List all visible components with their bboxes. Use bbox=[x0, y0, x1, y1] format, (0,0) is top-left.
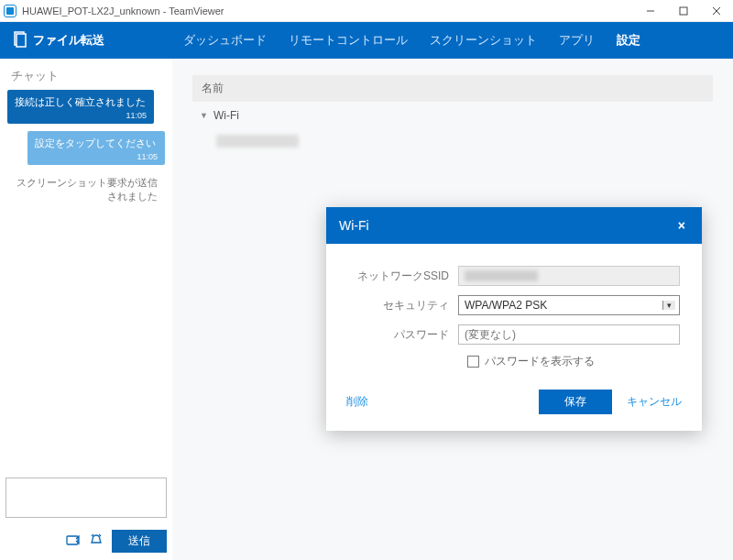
notification-icon[interactable] bbox=[90, 533, 103, 549]
chat-messages: 接続は正しく確立されました 11:05 設定をタップしてください 11:05 ス… bbox=[0, 90, 172, 472]
tree-node-label: Wi-Fi bbox=[213, 109, 239, 122]
label-security: セキュリティ bbox=[348, 298, 458, 313]
chat-sidebar: チャット 接続は正しく確立されました 11:05 設定をタップしてください 11… bbox=[0, 59, 172, 560]
password-field[interactable] bbox=[458, 324, 680, 345]
security-value: WPA/WPA2 PSK bbox=[465, 299, 547, 312]
cancel-button[interactable]: キャンセル bbox=[627, 394, 682, 410]
maximize-button[interactable] bbox=[667, 0, 700, 22]
file-transfer-label[interactable]: ファイル転送 bbox=[0, 22, 172, 59]
svg-rect-5 bbox=[16, 34, 26, 47]
form-row-password: パスワード bbox=[348, 324, 680, 345]
form-row-security: セキュリティ WPA/WPA2 PSK ▾ bbox=[348, 295, 680, 315]
send-button[interactable]: 送信 bbox=[112, 530, 167, 553]
label-ssid: ネットワークSSID bbox=[348, 269, 458, 284]
show-password-label: パスワードを表示する bbox=[485, 354, 595, 369]
svg-rect-6 bbox=[67, 536, 78, 544]
save-button[interactable]: 保存 bbox=[539, 390, 612, 414]
tab-remote-control[interactable]: リモートコントロール bbox=[278, 22, 419, 59]
tab-dashboard[interactable]: ダッシュボード bbox=[172, 22, 278, 59]
chat-message-text: 設定をタップしてください bbox=[35, 137, 156, 148]
dialog-body: ネットワークSSID セキュリティ WPA/WPA2 PSK ▾ パスワード bbox=[326, 244, 702, 377]
chat-system-message: スクリーンショット要求が送信されました bbox=[5, 172, 167, 204]
wifi-dialog: Wi-Fi × ネットワークSSID セキュリティ WPA/WPA2 PSK ▾ bbox=[326, 207, 702, 431]
chat-message-time: 11:05 bbox=[35, 152, 158, 161]
tabs: ダッシュボード リモートコントロール スクリーンショット アプリ 設定 bbox=[172, 22, 651, 59]
dialog-close-icon[interactable]: × bbox=[674, 218, 689, 233]
close-button[interactable] bbox=[700, 0, 733, 22]
file-transfer-text: ファイル転送 bbox=[33, 32, 104, 49]
ssid-field[interactable] bbox=[458, 266, 680, 286]
chevron-down-icon: ▾ bbox=[662, 301, 675, 310]
tab-settings[interactable]: 設定 bbox=[606, 22, 651, 59]
wifi-network-item[interactable] bbox=[216, 135, 299, 148]
dialog-header: Wi-Fi × bbox=[326, 207, 702, 244]
main-area: チャット 接続は正しく確立されました 11:05 設定をタップしてください 11… bbox=[0, 59, 733, 560]
window-controls bbox=[634, 0, 733, 22]
top-nav: ファイル転送 ダッシュボード リモートコントロール スクリーンショット アプリ … bbox=[0, 22, 733, 59]
chat-message-text: 接続は正しく確立されました bbox=[15, 96, 146, 107]
chat-message-time: 11:05 bbox=[15, 111, 147, 120]
tree-node-wifi[interactable]: ▼ Wi-Fi bbox=[192, 102, 713, 129]
chat-heading: チャット bbox=[0, 59, 172, 90]
column-header-name: 名前 bbox=[192, 75, 713, 102]
minimize-button[interactable] bbox=[634, 0, 667, 22]
dialog-title: Wi-Fi bbox=[339, 218, 369, 233]
dialog-footer: 削除 保存 キャンセル bbox=[326, 377, 702, 431]
tab-app[interactable]: アプリ bbox=[548, 22, 606, 59]
label-password: パスワード bbox=[348, 327, 458, 343]
attachment-icon[interactable] bbox=[66, 533, 81, 549]
form-row-ssid: ネットワークSSID bbox=[348, 266, 680, 286]
window-title: HUAWEI_POT-LX2J_unknown - TeamViewer bbox=[22, 5, 224, 16]
delete-button[interactable]: 削除 bbox=[346, 394, 368, 410]
chat-message: 設定をタップしてください 11:05 bbox=[27, 131, 165, 165]
chat-input[interactable] bbox=[5, 478, 167, 518]
document-icon bbox=[13, 31, 27, 50]
checkbox-icon[interactable] bbox=[467, 356, 479, 368]
svg-rect-1 bbox=[680, 7, 687, 15]
caret-down-icon: ▼ bbox=[200, 111, 208, 120]
tab-screenshot[interactable]: スクリーンショット bbox=[419, 22, 548, 59]
settings-content: 名前 ▼ Wi-Fi Wi-Fi × ネットワークSSID セキュリティ bbox=[172, 59, 733, 560]
chat-message: 接続は正しく確立されました 11:05 bbox=[7, 90, 154, 124]
teamviewer-logo-icon bbox=[4, 5, 16, 17]
title-bar: HUAWEI_POT-LX2J_unknown - TeamViewer bbox=[0, 0, 733, 22]
chat-actions: 送信 bbox=[0, 526, 172, 560]
show-password-row[interactable]: パスワードを表示する bbox=[467, 354, 680, 369]
chat-input-row bbox=[0, 472, 172, 526]
security-select[interactable]: WPA/WPA2 PSK ▾ bbox=[458, 295, 680, 315]
